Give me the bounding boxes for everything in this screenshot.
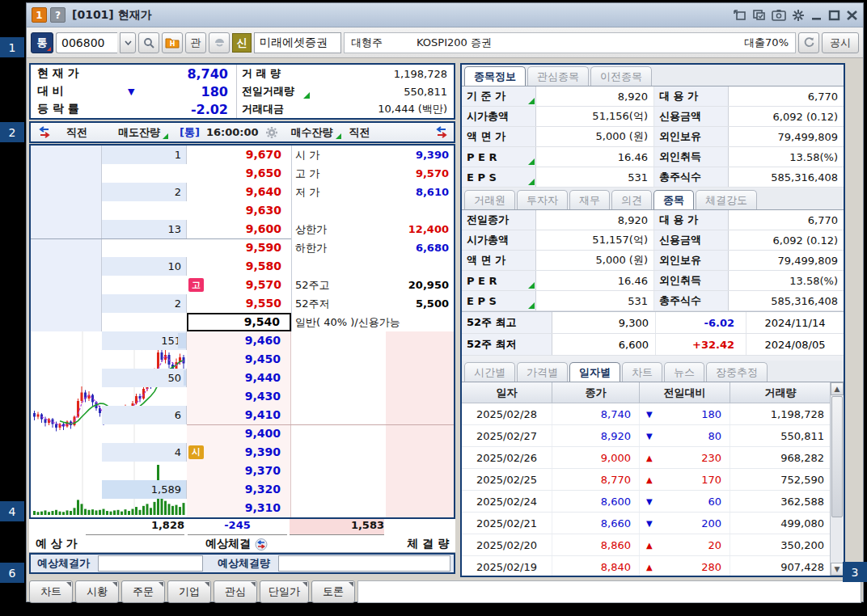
tab-이전종목[interactable]: 이전종목 [590, 66, 652, 86]
refresh-icon[interactable] [798, 32, 819, 53]
ask-prev-cell[interactable] [31, 220, 102, 238]
ask-qty-cell[interactable]: 4 [102, 443, 187, 462]
daily-row[interactable]: 2025/02/288,740▼1801,198,728 [462, 403, 844, 425]
bid-prev-cell[interactable] [386, 387, 455, 406]
bottom-tab-토론[interactable]: 토론 [311, 580, 355, 603]
bid-price-cell[interactable]: 9,370 [187, 462, 291, 480]
folder-icon[interactable]: H [162, 32, 183, 53]
tab-의견[interactable]: 의견 [611, 190, 652, 209]
bid-prev-cell[interactable] [386, 424, 455, 443]
tab-가격별[interactable]: 가격별 [517, 362, 568, 382]
ask-qty-cell[interactable]: 6 [102, 406, 187, 424]
ask-qty-cell[interactable]: 10 [102, 257, 187, 276]
gear-icon[interactable] [265, 126, 278, 139]
ask-qty-cell[interactable]: 13 [102, 220, 187, 238]
ask-prev-cell[interactable] [31, 257, 102, 276]
swap-arrows-icon[interactable] [254, 538, 269, 551]
bid-prev-cell[interactable] [386, 331, 455, 350]
stock-name[interactable]: 미래에셋증권 [254, 32, 341, 53]
ask-prev-cell[interactable] [31, 238, 102, 257]
ask-price-cell[interactable]: 9,670 [187, 146, 291, 164]
scroll-thumb[interactable] [831, 396, 843, 517]
bid-price-cell[interactable]: 9,310 [187, 499, 291, 517]
tab-거래원[interactable]: 거래원 [464, 190, 515, 209]
daily-col-header[interactable]: 종가 [552, 382, 640, 403]
ask-prev-cell[interactable] [31, 313, 102, 331]
daily-row[interactable]: 2025/02/248,600▼60362,588 [462, 491, 844, 513]
search-icon[interactable] [138, 32, 159, 53]
tab-시간별[interactable]: 시간별 [464, 362, 515, 382]
ask-price-cell[interactable]: 9,630 [187, 201, 291, 220]
close-icon[interactable] [846, 10, 858, 21]
bid-prev-cell[interactable] [386, 480, 455, 499]
tab-투자자[interactable]: 투자자 [517, 190, 568, 209]
swap-arrows-icon[interactable] [434, 126, 449, 138]
tab-체결강도[interactable]: 체결강도 [696, 190, 757, 209]
code-dropdown-arrow[interactable] [120, 32, 136, 53]
ask-qty-cell[interactable]: 2 [102, 183, 187, 201]
multi-window-icon[interactable] [752, 9, 766, 21]
ask-price-cell[interactable]: 9,540 [187, 313, 291, 331]
bottom-tab-관심[interactable]: 관심 [214, 580, 257, 603]
tab-관심종목[interactable]: 관심종목 [527, 66, 589, 86]
ask-prev-cell[interactable] [31, 164, 102, 183]
ask-prev-cell[interactable] [31, 146, 102, 164]
bid-prev-cell[interactable] [386, 350, 455, 369]
bid-price-cell[interactable]: 9,430 [187, 387, 291, 406]
ask-qty-cell[interactable]: 50 [102, 369, 187, 387]
ask-qty-cell[interactable]: 151 [102, 331, 187, 350]
bid-prev-cell[interactable] [386, 499, 455, 517]
ask-qty-cell[interactable]: 2 [102, 294, 187, 313]
maximize-icon[interactable] [828, 10, 840, 21]
daily-row[interactable]: 2025/02/198,840▲280907,428 [462, 556, 844, 576]
bottom-tab-시황[interactable]: 시황 [75, 580, 119, 603]
tong-button[interactable]: 통 [31, 32, 53, 53]
bottom-tab-기업[interactable]: 기업 [167, 580, 211, 603]
bid-price-cell[interactable]: 9,400 [187, 424, 291, 443]
stock-code-input[interactable]: 006800 [56, 32, 117, 53]
ask-qty-header[interactable]: 매도잔량 [118, 125, 168, 140]
ask-qty-cell[interactable]: 1 [102, 146, 187, 164]
daily-row[interactable]: 2025/02/258,770▲170752,590 [462, 469, 844, 491]
ask-price-cell[interactable]: 9,640 [187, 183, 291, 201]
bid-price-cell[interactable]: 9,460 [187, 331, 291, 350]
scrollbar[interactable]: ▲ ▼ [830, 382, 844, 576]
bid-price-cell[interactable]: 9,440 [187, 369, 291, 387]
ask-price-cell[interactable]: 9,600 [187, 220, 291, 238]
help-icon[interactable]: ? [50, 7, 66, 23]
ask-prev-cell[interactable] [31, 183, 102, 201]
minimize-icon[interactable] [810, 10, 823, 21]
tab-장중추정[interactable]: 장중추정 [706, 362, 768, 382]
bottom-tab-주문[interactable]: 주문 [121, 580, 165, 603]
bid-price-cell[interactable]: 9,410 [187, 406, 291, 424]
daily-row[interactable]: 2025/02/269,000▲230968,282 [462, 447, 844, 469]
daily-row[interactable]: 2025/02/208,860▲20350,200 [462, 534, 844, 556]
prev-col-header-right[interactable]: 직전 [349, 125, 379, 140]
tab-종목정보[interactable]: 종목정보 [464, 66, 526, 86]
bottom-tab-단일가[interactable]: 단일가 [260, 580, 309, 603]
expected-price-field[interactable] [98, 555, 203, 572]
daily-col-header[interactable]: 전일대비 [640, 382, 730, 403]
tab-뉴스[interactable]: 뉴스 [664, 362, 704, 382]
ask-price-cell[interactable]: 9,580 [187, 257, 291, 276]
bid-prev-cell[interactable] [386, 462, 455, 480]
ask-price-cell[interactable]: 9,550 [187, 294, 291, 313]
expected-qty-field[interactable] [278, 555, 450, 572]
daily-col-header[interactable]: 거래량 [730, 382, 831, 403]
bid-price-cell[interactable]: 9,450 [187, 350, 291, 369]
settings-icon[interactable] [792, 9, 805, 22]
prev-col-header-left[interactable]: 직전 [66, 125, 95, 140]
swap-arrows-icon[interactable] [37, 126, 52, 138]
tab-일자별[interactable]: 일자별 [569, 362, 620, 382]
ask-prev-cell[interactable] [31, 276, 102, 294]
ask-prev-cell[interactable] [31, 294, 102, 313]
popout-icon[interactable] [733, 9, 746, 21]
camera-icon[interactable] [772, 9, 786, 21]
bid-prev-cell[interactable] [386, 369, 455, 387]
tab-재무[interactable]: 재무 [569, 190, 610, 209]
ask-price-cell[interactable]: 9,590 [187, 238, 291, 257]
bid-prev-cell[interactable] [386, 443, 455, 462]
daily-row[interactable]: 2025/02/218,660▼200499,080 [462, 513, 844, 534]
bottom-tab-차트[interactable]: 차트 [29, 580, 73, 603]
scroll-up-icon[interactable]: ▲ [831, 382, 844, 395]
